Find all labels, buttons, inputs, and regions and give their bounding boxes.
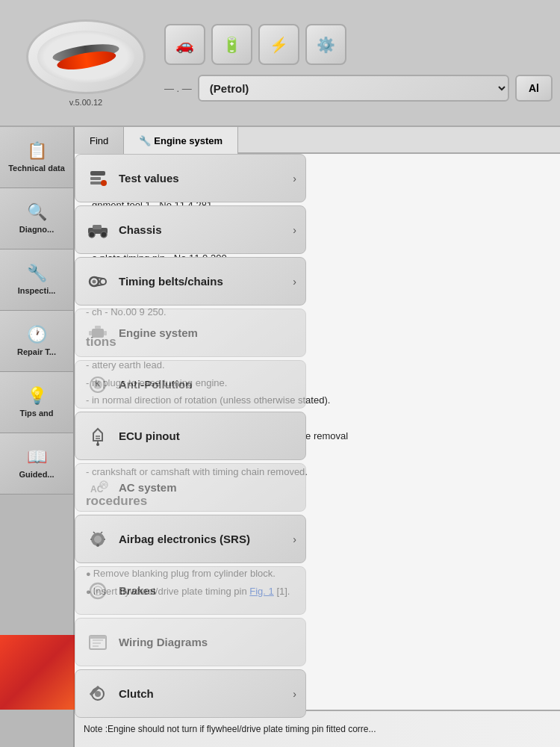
dropdown-row: — . — (Petrol) Al (164, 75, 553, 102)
technical-data-icon: 📋 (27, 141, 47, 161)
technical-data-label: Technical data (8, 164, 65, 173)
svg-point-3 (101, 180, 107, 186)
icon-button-row: 🚗 🔋 ⚡ ⚙️ (164, 24, 553, 65)
tips-label: Tips and (19, 409, 53, 418)
timing-belts-arrow: › (293, 276, 296, 288)
diagnostics-label: Diagno... (19, 225, 54, 235)
menu-item-wiring-diagrams: Wiring Diagrams (75, 618, 306, 666)
version-label: v.5.00.12 (69, 98, 102, 107)
repair-label: Repair T... (17, 347, 56, 357)
menu-item-engine-system: Engine system (75, 309, 306, 357)
menu-item-clutch[interactable]: Clutch › (75, 669, 306, 718)
test-values-icon (84, 165, 111, 192)
menu-item-ac-system: AC AC system (75, 463, 306, 512)
menu-item-ecu-pinout[interactable]: ECU pinout (75, 412, 306, 460)
settings-button[interactable]: ⚙️ (305, 24, 346, 65)
svg-line-11 (94, 285, 103, 286)
svg-text:AC: AC (90, 484, 104, 495)
sidebar-item-guided[interactable]: 📖 Guided... (0, 433, 73, 495)
timing-belts-label: Timing belts/chains (119, 275, 293, 288)
svg-point-29 (96, 589, 100, 593)
ecu-pinout-label: ECU pinout (119, 430, 296, 442)
sidebar-item-diagnostics[interactable]: 🔍 Diagno... (0, 188, 73, 249)
top-right-area: 🚗 🔋 ⚡ ⚙️ — . — (Petrol) Al (164, 24, 553, 102)
red-gradient-bar (0, 635, 75, 710)
menu-item-anti-pollution: Anti-Pollution (75, 360, 306, 409)
engine-button[interactable]: ⚡ (258, 24, 299, 65)
top-bar: v.5.00.12 🚗 🔋 ⚡ ⚙️ — . — (Petrol) Al (0, 0, 560, 127)
svg-point-25 (94, 536, 102, 543)
engine-system-icon (84, 320, 111, 347)
svg-point-9 (100, 279, 106, 285)
app-logo (26, 19, 146, 94)
dots-label: — . — (164, 83, 192, 94)
wiring-diagrams-label: Wiring Diagrams (119, 636, 296, 648)
test-values-arrow: › (293, 173, 296, 185)
sidebar-item-technical-data[interactable]: 📋 Technical data (0, 127, 73, 188)
svg-rect-7 (93, 225, 102, 229)
wiring-diagrams-icon (84, 629, 111, 656)
svg-rect-34 (90, 636, 106, 639)
al-button[interactable]: Al (515, 75, 553, 102)
brakes-label: Brakes (119, 584, 296, 597)
car-button[interactable]: 🚗 (164, 24, 205, 65)
engine-system-tab-label: Engine system (154, 135, 223, 146)
sidebar-item-inspection[interactable]: 🔧 Inspecti... (0, 249, 73, 311)
sidebar-item-tips[interactable]: 💡 Tips and (0, 372, 73, 433)
svg-point-36 (95, 691, 101, 697)
svg-point-12 (93, 279, 96, 283)
menu-item-chassis[interactable]: Chassis › (75, 205, 306, 254)
battery-button[interactable]: 🔋 (211, 24, 252, 65)
ecu-pinout-icon (84, 423, 111, 450)
timing-belts-icon (84, 268, 111, 295)
airbag-arrow: › (293, 533, 296, 545)
airbag-label: Airbag electronics (SRS) (119, 533, 293, 545)
tab-find[interactable]: Find (75, 127, 124, 154)
sidebar-item-repair[interactable]: 🕐 Repair T... (0, 311, 73, 372)
svg-point-26 (96, 544, 99, 547)
inspection-icon: 🔧 (27, 264, 47, 283)
inspection-label: Inspecti... (18, 286, 56, 296)
tab-engine-system[interactable]: 🔧 Engine system (124, 127, 238, 154)
tab-bar: Find 🔧 Engine system (75, 127, 560, 154)
dropdown-menu: Test values › Chassis › Timing belts/cha… (75, 154, 306, 721)
clutch-arrow: › (293, 688, 296, 700)
petrol-dropdown[interactable]: (Petrol) (198, 75, 509, 102)
svg-rect-14 (89, 331, 92, 335)
engine-system-label: Engine system (119, 326, 296, 339)
chassis-arrow: › (293, 224, 296, 236)
ac-system-label: AC system (119, 481, 296, 494)
clutch-icon (84, 681, 111, 707)
tips-icon: 💡 (27, 386, 47, 406)
svg-point-21 (96, 443, 99, 446)
svg-point-5 (89, 232, 95, 238)
guided-label: Guided... (19, 470, 54, 480)
svg-rect-13 (92, 329, 104, 338)
brakes-icon (84, 577, 111, 604)
menu-item-timing-belts[interactable]: Timing belts/chains › (75, 257, 306, 306)
menu-item-test-values[interactable]: Test values › (75, 154, 306, 202)
repair-icon: 🕐 (27, 325, 47, 344)
svg-rect-0 (90, 171, 105, 176)
bottom-note-text: Note :Engine should not turn if flywheel… (84, 724, 376, 734)
airbag-icon (84, 526, 111, 553)
engine-system-tab-icon: 🔧 (139, 135, 151, 146)
menu-item-brakes: Brakes (75, 566, 306, 615)
chassis-icon (84, 217, 111, 244)
anti-pollution-icon (84, 371, 111, 398)
guided-icon: 📖 (27, 447, 47, 467)
test-values-label: Test values (119, 172, 293, 185)
ac-system-icon: AC (84, 474, 111, 501)
svg-rect-1 (90, 177, 101, 180)
clutch-label: Clutch (119, 687, 293, 700)
menu-item-airbag[interactable]: Airbag electronics (SRS) › (75, 515, 306, 563)
anti-pollution-label: Anti-Pollution (119, 378, 296, 391)
svg-rect-16 (95, 326, 101, 329)
chassis-label: Chassis (119, 223, 293, 236)
logo-area: v.5.00.12 (7, 19, 164, 107)
diagnostics-icon: 🔍 (27, 202, 47, 222)
svg-rect-15 (104, 331, 107, 335)
svg-line-10 (94, 277, 103, 279)
svg-point-6 (101, 232, 107, 238)
